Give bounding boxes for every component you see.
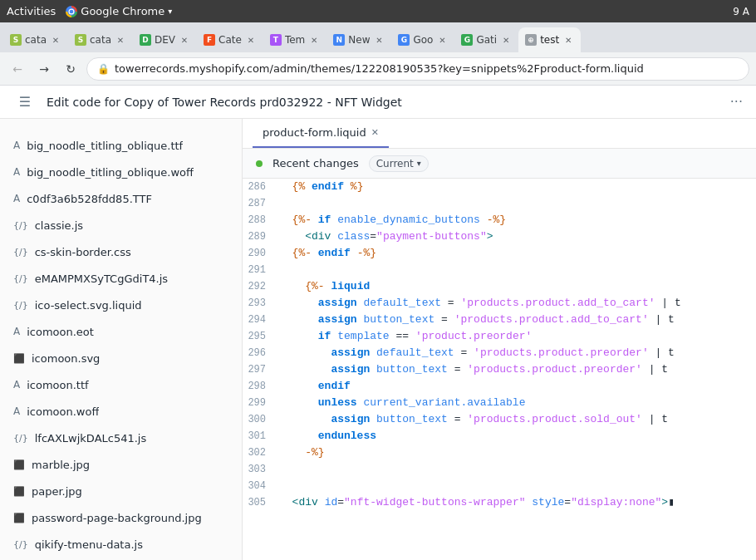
sidebar-item-icomoon-woff[interactable]: A icomoon.woff	[0, 398, 242, 425]
tab-dev[interactable]: D DEV ✕	[133, 27, 197, 52]
editor-tab-product-form[interactable]: product-form.liquid ✕	[253, 119, 389, 148]
recent-changes-label: Recent changes	[272, 157, 359, 169]
code-line-298: 298 endif	[243, 378, 756, 395]
back-button[interactable]: ←	[7, 58, 28, 80]
tab-close-4[interactable]: ✕	[245, 34, 257, 46]
code-editor[interactable]: 286 {% endif %} 287 288 {%- if enable_dy…	[243, 179, 756, 560]
tab-test[interactable]: ⊕ test ✕	[518, 27, 581, 52]
tab-close-9[interactable]: ✕	[562, 34, 574, 46]
chrome-icon	[66, 6, 77, 17]
tab-close-7[interactable]: ✕	[436, 34, 448, 46]
sidebar-item-qikify[interactable]: {/} qikify-tmenu-data.js	[0, 531, 242, 558]
code-line-295: 295 if template == 'product.preorder'	[243, 328, 756, 345]
more-button[interactable]: ···	[730, 94, 743, 110]
tab-favicon-9: ⊕	[525, 34, 537, 46]
line-content-290: {%- endif -%}	[276, 245, 756, 262]
file-label: big_noodle_titling_oblique.woff	[27, 166, 194, 179]
tab-label-2: cata	[90, 34, 111, 46]
tab-close-8[interactable]: ✕	[500, 34, 512, 46]
sidebar-item-c0df[interactable]: A c0df3a6b528fdd85.TTF	[0, 185, 242, 212]
tab-close-1[interactable]: ✕	[50, 34, 61, 46]
sidebar-toggle-button[interactable]: ☰	[13, 91, 37, 114]
tab-cata1[interactable]: S cata ✕	[3, 27, 68, 52]
file-label: marble.jpg	[32, 459, 90, 471]
sidebar-item-icomoon-svg[interactable]: ⬛ icomoon.svg	[0, 345, 242, 371]
sidebar-item-lfcaxl[interactable]: {/} lfcAXLwjkDALc541.js	[0, 425, 242, 451]
activities-button[interactable]: Activities	[7, 5, 56, 17]
code-line-291: 291	[243, 262, 756, 278]
sidebar-item-cs-skin[interactable]: {/} cs-skin-border.css	[0, 238, 242, 265]
tab-label-6: New	[348, 34, 370, 46]
sidebar-item-icomoon-eot[interactable]: A icomoon.eot	[0, 318, 242, 345]
line-num-297: 297	[243, 361, 276, 378]
sidebar-item-emappm[interactable]: {/} eMAMPMXSyTCgGdiT4.js	[0, 265, 242, 292]
line-content-300: assign button_text = 'products.product.s…	[276, 411, 756, 428]
code-line-287: 287	[243, 195, 756, 212]
sidebar-item-big-noodle-ttf[interactable]: A big_noodle_titling_oblique.ttf	[0, 132, 242, 159]
code-line-292: 292 {%- liquid	[243, 278, 756, 295]
file-label: c0df3a6b528fdd85.TTF	[27, 193, 152, 205]
line-num-296: 296	[243, 345, 276, 361]
sidebar-item-marble[interactable]: ⬛ marble.jpg	[0, 451, 242, 478]
tab-cata2[interactable]: S cata ✕	[68, 27, 133, 52]
file-label: lfcAXLwjkDALc541.js	[35, 432, 147, 445]
font-icon: A	[13, 193, 20, 204]
current-badge[interactable]: Current ▾	[369, 155, 429, 172]
tab-favicon-8: G	[461, 34, 473, 46]
line-content-299: unless current_variant.available	[276, 395, 756, 411]
tab-cate[interactable]: F Cate ✕	[197, 27, 263, 52]
tab-new[interactable]: N New ✕	[326, 27, 391, 52]
line-num-305: 305	[243, 494, 276, 511]
sidebar-item-icomoon-ttf[interactable]: A icomoon.ttf	[0, 371, 242, 398]
tab-favicon-1: S	[10, 34, 22, 46]
current-badge-label: Current	[376, 158, 414, 169]
file-label: password-page-background.jpg	[32, 512, 202, 524]
file-label: paper.jpg	[32, 485, 82, 498]
code-line-299: 299 unless current_variant.available	[243, 395, 756, 411]
code-line-296: 296 assign default_text = 'products.prod…	[243, 345, 756, 361]
code-line-288: 288 {%- if enable_dynamic_buttons -%}	[243, 212, 756, 228]
code-line-286: 286 {% endif %}	[243, 179, 756, 195]
refresh-button[interactable]: ↻	[60, 58, 81, 80]
tab-goo[interactable]: G Goo ✕	[391, 27, 454, 52]
code-icon: {/}	[13, 273, 28, 284]
tab-close-5[interactable]: ✕	[308, 34, 320, 46]
file-label: ico-select.svg.liquid	[35, 299, 142, 312]
file-label: eMAMPMXSyTCgGdiT4.js	[35, 273, 168, 285]
chrome-label: Google Chrome	[81, 5, 164, 17]
code-line-290: 290 {%- endif -%}	[243, 245, 756, 262]
tab-label-3: DEV	[155, 34, 175, 46]
line-num-295: 295	[243, 328, 276, 345]
code-icon: {/}	[13, 220, 28, 231]
line-content-296: assign default_text = 'products.product.…	[276, 345, 756, 361]
sidebar-item-password-bg[interactable]: ⬛ password-page-background.jpg	[0, 504, 242, 531]
line-num-303: 303	[243, 461, 276, 478]
line-num-287: 287	[243, 195, 276, 212]
lock-icon: 🔒	[97, 63, 110, 75]
app-title: Edit code for Copy of Tower Records prd0…	[47, 96, 720, 109]
file-label: classie.js	[35, 219, 83, 232]
tab-tem[interactable]: T Tem ✕	[263, 27, 326, 52]
sidebar-item-paper[interactable]: ⬛ paper.jpg	[0, 478, 242, 504]
editor-tab-label: product-form.liquid	[263, 126, 366, 139]
line-content-292: {%- liquid	[276, 278, 756, 295]
tab-favicon-7: G	[398, 34, 410, 46]
sidebar-item-ico-select[interactable]: {/} ico-select.svg.liquid	[0, 292, 242, 318]
line-content-297: assign button_text = 'products.product.p…	[276, 361, 756, 378]
file-label: icomoon.ttf	[27, 379, 88, 391]
sidebar-item-classie[interactable]: {/} classie.js	[0, 212, 242, 238]
tab-close-3[interactable]: ✕	[179, 34, 190, 46]
image-icon: ⬛	[13, 353, 25, 364]
sidebar-item-big-noodle-woff[interactable]: A big_noodle_titling_oblique.woff	[0, 159, 242, 185]
editor-tab-close[interactable]: ✕	[371, 127, 379, 138]
image-icon: ⬛	[13, 513, 25, 523]
address-bar[interactable]: 🔒 towerrecords.myshopify.com/admin/theme…	[86, 57, 749, 81]
line-num-304: 304	[243, 478, 276, 494]
tab-close-2[interactable]: ✕	[115, 34, 126, 46]
tab-close-6[interactable]: ✕	[373, 34, 385, 46]
forward-button[interactable]: →	[33, 58, 55, 80]
line-num-301: 301	[243, 428, 276, 445]
line-content-301: endunless	[276, 428, 756, 445]
tab-gati[interactable]: G Gati ✕	[454, 27, 518, 52]
font-icon: A	[13, 326, 20, 337]
